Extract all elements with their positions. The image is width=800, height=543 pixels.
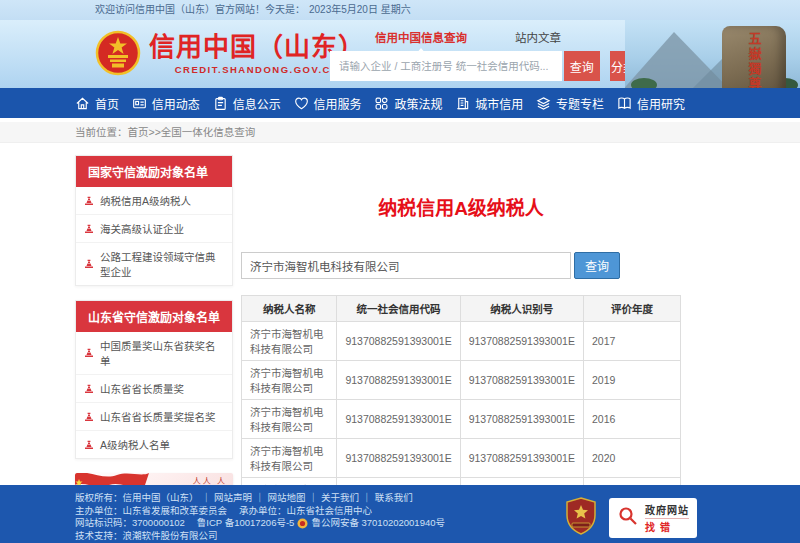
page-title: 纳税信用A级纳税人 xyxy=(241,193,681,220)
breadcrumb-home-link[interactable]: 首页 xyxy=(128,126,149,138)
mount-tai-image: 五嶽獨尊 xyxy=(625,20,800,88)
nav-label: 专题专栏 xyxy=(556,95,604,112)
header-search-row: 查询 分类查询 xyxy=(330,51,660,81)
sidebar-item-governor-award-nominee[interactable]: 山东省省长质量奖提名奖 xyxy=(76,403,232,431)
cell-eval-year: 2016 xyxy=(583,400,680,439)
seal-icon xyxy=(84,224,94,234)
seal-icon xyxy=(84,384,94,394)
provincial-incentive-section: 山东省守信激励对象名单 中国质量奖山东省获奖名单 山东省省长质量奖 山东省省长质… xyxy=(75,300,233,459)
gov-badge-line2: 找错 xyxy=(645,518,689,534)
stone-caption: 五嶽獨尊 xyxy=(745,32,764,88)
footer-icp: 鲁ICP 备10017206号-5 xyxy=(197,517,295,530)
building-icon xyxy=(455,96,470,111)
footer-info: 版权所有：信用中国（山东） ｜ 网站声明 ｜ 网站地图 ｜ 关于我们 ｜ 联系我… xyxy=(75,492,445,542)
tab-credit-china-query[interactable]: 信用中国信息查询 xyxy=(375,29,467,45)
footer-badges: 政府网站 找错 xyxy=(565,494,725,542)
header-search-input[interactable] xyxy=(330,51,562,81)
cell-taxpayer-name: 济宁市海智机电科技有限公司 xyxy=(242,322,337,361)
gov-badge-line1: 政府网站 xyxy=(645,502,689,517)
footer-link-site-statement[interactable]: 网站声明 xyxy=(214,492,252,505)
seal-icon xyxy=(84,196,94,206)
breadcrumb-current: 全国一体化信息查询 xyxy=(161,126,256,138)
stone-inscription: 五嶽獨尊 xyxy=(722,26,786,88)
nav-item-credit-news[interactable]: 信用动态 xyxy=(132,95,200,112)
gov-badge-text: 政府网站 找错 xyxy=(645,502,689,534)
breadcrumb-bar: 当前位置：首页>>全国一体化信息查询 xyxy=(0,122,800,143)
footer-undertaker: 承办单位：山东省社会信用中心 xyxy=(239,505,372,518)
nav-item-policies[interactable]: 政策法规 xyxy=(374,95,442,112)
seal-icon xyxy=(84,259,94,269)
sidebar-section-title: 山东省守信激励对象名单 xyxy=(76,301,232,332)
site-brand[interactable]: 信用中国（山东） CREDIT.SHANDONG.GOV.CN xyxy=(95,30,365,76)
taxpayer-query-row: 查询 xyxy=(241,252,681,279)
nav-label: 首页 xyxy=(95,95,119,112)
nav-item-special-topics[interactable]: 专题专栏 xyxy=(536,95,604,112)
sidebar-item-customs-certified[interactable]: 海关高级认证企业 xyxy=(76,215,232,243)
sidebar-item-highway-engineering[interactable]: 公路工程建设领域守信典型企业 xyxy=(76,243,232,285)
footer-link-contact-us[interactable]: 联系我们 xyxy=(375,492,413,505)
table-header-row: 纳税人名称 统一社会信用代码 纳税人识别号 评价年度 xyxy=(242,296,681,322)
cell-taxpayer-id: 91370882591393001E xyxy=(460,361,583,400)
sidebar: 国家守信激励对象名单 纳税信用A级纳税人 海关高级认证企业 公路工程建设领域守信… xyxy=(75,155,233,485)
nav-label: 政策法规 xyxy=(394,95,442,112)
tab-site-articles[interactable]: 站内文章 xyxy=(515,29,561,45)
sidebar-item-a-level-taxpayer-list[interactable]: A级纳税人名单 xyxy=(76,431,232,458)
seal-icon xyxy=(84,440,94,450)
current-date: 2023年5月20日 星期六 xyxy=(309,4,411,15)
cell-taxpayer-name: 济宁市海智机电科技有限公司 xyxy=(242,361,337,400)
table-row: 济宁市海智机电科技有限公司 91370882591393001E 9137088… xyxy=(242,439,681,478)
nav-item-home[interactable]: 首页 xyxy=(75,95,119,112)
gov-website-error-report-badge[interactable]: 政府网站 找错 xyxy=(609,498,697,538)
taxpayer-search-input[interactable] xyxy=(241,252,571,279)
cell-credit-code: 91370882591393001E xyxy=(337,400,460,439)
home-icon xyxy=(75,96,90,111)
footer-link-about-us[interactable]: 关于我们 xyxy=(321,492,359,505)
header-search: 信用中国信息查询 站内文章 查询 分类查询 xyxy=(330,26,660,81)
query-button[interactable]: 查询 xyxy=(574,252,620,279)
nav-item-credit-services[interactable]: 信用服务 xyxy=(294,95,362,112)
grid-icon xyxy=(374,96,389,111)
header-search-button[interactable]: 查询 xyxy=(564,51,600,81)
sidebar-item-label: 海关高级认证企业 xyxy=(100,221,184,236)
cell-taxpayer-id: 91370882591393001E xyxy=(460,400,583,439)
footer-site-code: 网站标识码：3700000102 xyxy=(75,517,185,530)
cell-eval-year: 2017 xyxy=(583,322,680,361)
cell-credit-code: 91370882591393001E xyxy=(337,322,460,361)
cell-taxpayer-name: 济宁市海智机电科技有限公司 xyxy=(242,400,337,439)
id-card-icon xyxy=(132,96,147,111)
sidebar-item-a-level-taxpayer[interactable]: 纳税信用A级纳税人 xyxy=(76,187,232,215)
content: 国家守信激励对象名单 纳税信用A级纳税人 海关高级认证企业 公路工程建设领域守信… xyxy=(75,155,725,485)
topbar: 欢迎访问信用中国（山东）官方网站！今天是：2023年5月20日 星期六 xyxy=(0,0,800,20)
welcome-text: 欢迎访问信用中国（山东）官方网站！今天是： xyxy=(95,4,305,15)
credit-shield-badge-icon[interactable] xyxy=(565,497,597,539)
nav-label: 信息公示 xyxy=(233,95,281,112)
footer-copyright: 版权所有：信用中国（山东） xyxy=(75,492,199,505)
cell-credit-code: 91370882591393001E xyxy=(337,439,460,478)
sidebar-item-label: 公路工程建设领域守信典型企业 xyxy=(100,249,224,279)
police-badge-icon xyxy=(297,518,308,529)
sidebar-item-governor-quality-award[interactable]: 山东省省长质量奖 xyxy=(76,375,232,403)
footer-link-sitemap[interactable]: 网站地图 xyxy=(268,492,306,505)
col-eval-year: 评价年度 xyxy=(583,296,680,322)
breadcrumb-separator: >> xyxy=(149,126,161,138)
page: 欢迎访问信用中国（山东）官方网站！今天是：2023年5月20日 星期六 信用中国… xyxy=(0,0,800,543)
cell-taxpayer-id: 91370882591393001E xyxy=(460,322,583,361)
seal-icon xyxy=(84,412,94,422)
footer-tech-support: 技术支持：浪潮软件股份有限公司 xyxy=(75,530,218,543)
cell-eval-year: 2019 xyxy=(583,361,680,400)
sidebar-section-title: 国家守信激励对象名单 xyxy=(76,156,232,187)
breadcrumb-label: 当前位置： xyxy=(75,126,128,138)
site-header: 信用中国（山东） CREDIT.SHANDONG.GOV.CN 信用中国信息查询… xyxy=(0,20,800,88)
nav-item-city-credit[interactable]: 城市信用 xyxy=(455,95,523,112)
footer-security-record: 鲁公网安备 37010202001940号 xyxy=(311,517,445,530)
nav-label: 信用服务 xyxy=(314,95,362,112)
table-row: 济宁市海智机电科技有限公司 91370882591393001E 9137088… xyxy=(242,400,681,439)
bush-shape xyxy=(631,78,657,88)
sidebar-item-china-quality-award[interactable]: 中国质量奖山东省获奖名单 xyxy=(76,332,232,375)
col-taxpayer-name: 纳税人名称 xyxy=(242,296,337,322)
nav-item-info-publicity[interactable]: 信息公示 xyxy=(213,95,281,112)
footer-separator: ｜ xyxy=(202,492,212,505)
nav-label: 信用动态 xyxy=(152,95,200,112)
nav-item-credit-research[interactable]: 信用研究 xyxy=(617,95,685,112)
footer-separator: ｜ xyxy=(309,492,319,505)
